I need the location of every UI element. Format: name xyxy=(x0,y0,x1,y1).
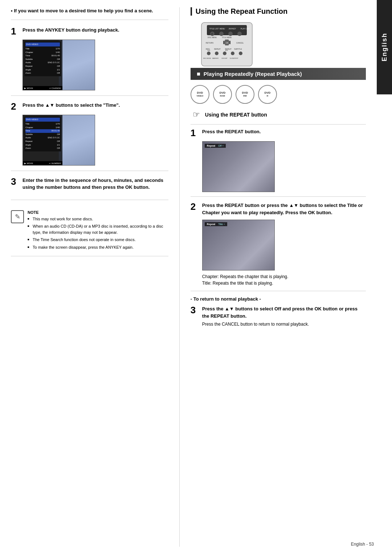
note-content: NOTE This may not work for some discs. W… xyxy=(28,210,168,252)
step-2: 2 Press the ▲▼ buttons to select the "Ti… xyxy=(11,102,168,171)
note-item-3: The Time Search function does not operat… xyxy=(28,237,168,243)
note-icon: ✎ xyxy=(11,210,24,223)
right-column: Using the Repeat Function TITLE LIST MEN… xyxy=(180,7,366,547)
svg-text:TITLE LIST: TITLE LIST xyxy=(209,28,219,30)
step-3: 3 Enter the time in the sequence of hour… xyxy=(11,177,168,200)
svg-text:A-B: A-B xyxy=(225,49,228,51)
svg-text:TITLE MENU: TITLE MENU xyxy=(222,37,232,38)
svg-text:RETURN: RETURN xyxy=(206,42,213,44)
svg-text:CM SKIP: CM SKIP xyxy=(221,57,228,59)
dvd-r-badge: DVD R xyxy=(258,85,277,104)
step-2-image: DVD-VIDEO Title1/70 Chapter1/40 Time00:0… xyxy=(23,115,95,166)
step-1-image: DVD-VIDEO Title1/70 Chapter1/40 Time00:0… xyxy=(23,40,95,90)
bullet-text: If you want to move to a desired time to… xyxy=(11,7,168,15)
note-list: This may not work for some discs. When a… xyxy=(28,216,168,250)
svg-point-27 xyxy=(223,52,226,55)
dvd-video-badge: DVD VIDEO xyxy=(191,85,209,104)
svg-text:SUBTITLE: SUBTITLE xyxy=(234,48,242,50)
note-label: NOTE xyxy=(28,210,168,215)
right-step-3-text: Press the ▲▼ buttons to select Off and p… xyxy=(202,306,358,319)
section-title: Using the Repeat Function xyxy=(191,7,366,16)
svg-text:MARKER: MARKER xyxy=(212,57,219,59)
svg-text:OK: OK xyxy=(226,42,229,44)
svg-text:A-B: A-B xyxy=(208,49,210,51)
repeat-banner: Playing Repeatedly (Repeat Playback) xyxy=(191,68,366,80)
note-item-4: To make the screen disappear, press the … xyxy=(28,244,168,250)
svg-point-29 xyxy=(239,52,242,55)
svg-text:MENU: MENU xyxy=(220,28,225,30)
using-repeat-section: ☞ Using the REPEAT button xyxy=(191,109,366,125)
svg-point-7 xyxy=(219,32,224,36)
hand-icon: ☞ xyxy=(191,109,202,121)
right-step-3-num: 3 xyxy=(191,305,199,315)
note-item-1: This may not work for some discs. xyxy=(28,216,168,222)
svg-point-25 xyxy=(207,52,211,55)
english-tab: English xyxy=(377,0,392,94)
dvd-rw-badge: DVD RW xyxy=(236,85,254,104)
bullet-section: If you want to move to a desired time to… xyxy=(11,7,168,20)
step-1-num: 1 xyxy=(11,27,20,36)
svg-text:REPEAT: REPEAT xyxy=(214,48,221,50)
right-step-2-text: Press the REPEAT button or press the ▲▼ … xyxy=(202,202,366,216)
note-section: ✎ NOTE This may not work for some discs.… xyxy=(11,206,168,257)
svg-text:CANCEL: CANCEL xyxy=(236,42,244,44)
svg-text:ANYKEY: ANYKEY xyxy=(229,28,236,30)
return-label: - To return to normal playback - xyxy=(191,296,366,302)
caption-text: Chapter: Repeats the chapter that is pla… xyxy=(202,273,366,286)
step-2-num: 2 xyxy=(11,102,20,111)
english-tab-label: English xyxy=(381,33,388,61)
right-step-1-text: Press the REPEAT button. xyxy=(202,128,366,135)
right-step-3-header: 3 Press the ▲▼ buttons to select Off and… xyxy=(191,305,366,327)
dvd-ram-badge: DVD RAM xyxy=(213,85,232,104)
svg-point-8 xyxy=(228,32,233,36)
svg-text:BSC MODE: BSC MODE xyxy=(203,57,211,59)
right-step-1-num: 1 xyxy=(191,128,199,138)
svg-point-9 xyxy=(237,32,242,36)
svg-point-26 xyxy=(215,52,219,55)
right-step-3-subtext: Press the CANCEL button to return to nor… xyxy=(202,322,366,327)
step-3-text: Enter the time in the sequence of hours,… xyxy=(23,177,168,191)
right-step-2-image: Repeat Title ÷ xyxy=(202,220,275,270)
page-footer: English - 53 xyxy=(351,542,374,547)
svg-point-28 xyxy=(231,52,234,55)
dvd-badges: DVD VIDEO DVD RAM DVD RW DVD R xyxy=(191,85,366,104)
step-2-text: Press the ▲▼ buttons to select the "Time… xyxy=(23,102,168,109)
right-step-2: 2 Press the REPEAT button or press the ▲… xyxy=(191,202,366,291)
note-item-2: When an audio CD (CD-DA) or a MP3 disc i… xyxy=(28,223,168,235)
remote-control-image: TITLE LIST MENU ANYKEY PLAY LIST ⬛ DISC … xyxy=(191,21,263,68)
right-step-1-image: Repeat Off ÷ xyxy=(202,141,275,192)
right-step-1: 1 Press the REPEAT button. Repeat Off ÷ xyxy=(191,128,366,197)
step-1-text: Press the ANYKEY button during playback. xyxy=(23,27,168,34)
step-1: 1 Press the ANYKEY button during playbac… xyxy=(11,27,168,96)
svg-text:⬛: ⬛ xyxy=(211,33,213,35)
left-column: If you want to move to a desired time to… xyxy=(11,7,180,547)
using-repeat-label: Using the REPEAT button xyxy=(205,112,267,118)
step-3-num: 3 xyxy=(11,177,20,186)
svg-text:PLAY LIST: PLAY LIST xyxy=(241,28,249,30)
right-step-2-num: 2 xyxy=(191,202,199,211)
svg-text:DISC MENU: DISC MENU xyxy=(208,37,217,38)
svg-text:SLOW/STEP: SLOW/STEP xyxy=(230,57,238,59)
return-section: - To return to normal playback - 3 Press… xyxy=(191,296,366,335)
